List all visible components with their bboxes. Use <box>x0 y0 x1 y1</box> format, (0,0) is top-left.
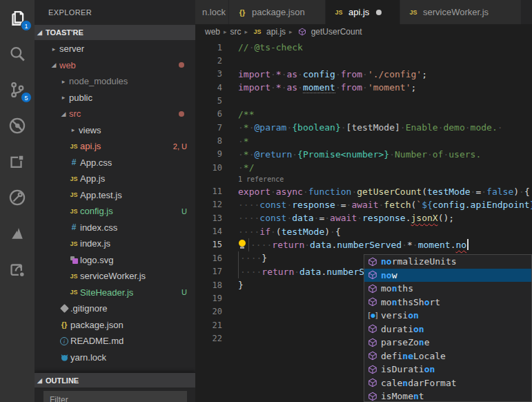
code-line-6[interactable]: 6/** <box>195 108 532 121</box>
breadcrumb-item-src[interactable]: src <box>230 27 242 37</box>
tree-item-web[interactable]: ◢web <box>35 57 195 74</box>
tree-item-server[interactable]: ▸server <box>35 41 195 57</box>
activity-git-history-button[interactable] <box>0 180 35 216</box>
tab-n.lock[interactable]: n.lock <box>195 0 229 24</box>
suggest-item-defineLocale[interactable]: defineLocale <box>364 350 531 363</box>
outline-section-header[interactable]: ◢ OUTLINE <box>35 372 195 387</box>
suggest-item-monthsShort[interactable]: monthsShort <box>364 296 531 309</box>
chevron-expanded-icon: ◢ <box>58 111 69 117</box>
activity-explorer-button[interactable]: 1 <box>0 0 35 36</box>
tab-package.json[interactable]: {}package.json <box>229 0 326 24</box>
tree-item-node_modules[interactable]: ▸node_modules <box>35 73 195 90</box>
tree-item-label: App.test.js <box>80 190 122 200</box>
activity-azure-button[interactable] <box>0 216 35 251</box>
code-line-12[interactable]: 12····const·response·=·await·fetch(`${co… <box>195 198 532 211</box>
chevron-collapsed-icon: ▸ <box>68 126 79 133</box>
tree-item-views[interactable]: ▸views <box>35 122 195 139</box>
tree-item-index.js[interactable]: JSindex.js <box>35 236 195 252</box>
activity-share-button[interactable] <box>0 251 35 287</box>
code-line-4[interactable]: 4import·*·as·moment·from·'moment'; <box>195 81 532 94</box>
source-control-icon: 5 <box>8 80 27 99</box>
tab-api.js[interactable]: JSapi.js <box>326 0 400 24</box>
tree-item-serviceWorker.js[interactable]: JSserviceWorker.js <box>35 268 195 285</box>
code-line-5[interactable]: 5 <box>195 94 532 107</box>
suggest-item-calendarFormat[interactable]: calendarFormat <box>364 376 531 390</box>
chevron-expanded-icon: ◢ <box>48 61 59 68</box>
tree-item-App.css[interactable]: #App.css <box>35 155 195 171</box>
breadcrumb-item-getUserCount[interactable]: getUserCount <box>296 27 362 37</box>
suggest-item-isMoment[interactable]: isMoment <box>364 390 531 402</box>
tree-item-label: web <box>59 60 76 70</box>
tree-item-label: src <box>69 108 81 119</box>
suggest-item-label: parseZone <box>381 337 429 347</box>
code-line-3[interactable]: 3import·*·as·config·from·'./config'; <box>195 68 532 81</box>
line-number: 19 <box>195 294 222 303</box>
line-number: 3 <box>195 69 222 79</box>
lightbulb-icon[interactable] <box>238 240 246 249</box>
tree-item-src[interactable]: ◢src <box>35 106 195 122</box>
activity-debug-button[interactable] <box>0 108 35 144</box>
explorer-sidebar: EXPLORER ◢ TOAST'RE ▸server◢web▸node_mod… <box>35 0 195 402</box>
tree-item-public[interactable]: ▸public <box>35 90 195 106</box>
method-symbol-icon <box>367 323 378 334</box>
vscode-window: { "colors": { "badge_blue": "#0e70c8", "… <box>0 0 532 402</box>
tree-item-SiteHeader.js[interactable]: JSSiteHeader.jsU <box>35 285 195 301</box>
tree-item-index.css[interactable]: #index.css <box>35 220 195 236</box>
code-line-2[interactable]: 2 <box>195 54 532 67</box>
code-line-10[interactable]: 10·*/ <box>195 161 532 174</box>
js-file-icon: JS <box>68 240 80 247</box>
indent-guide <box>248 238 249 251</box>
file-tree: ▸server◢web▸node_modules▸public◢src▸view… <box>35 41 195 365</box>
code-line-15[interactable]: 15····return·data.numberServed·*·moment.… <box>195 238 532 251</box>
modified-dot-icon[interactable] <box>376 10 382 15</box>
project-name: TOAST'RE <box>46 28 83 37</box>
breadcrumb-separator-icon: ▸ <box>245 28 248 35</box>
code-line-7[interactable]: 7·*·@param·{boolean}·[testMode]·Enable·d… <box>195 121 532 134</box>
method-symbol-icon <box>367 337 378 348</box>
tree-item-package.json[interactable]: {}package.json <box>35 317 195 334</box>
code-line-11[interactable]: 11export·async·function·getUserCount(tes… <box>195 184 532 198</box>
breadcrumb-separator-icon: ▸ <box>224 28 227 35</box>
project-section-header[interactable]: ◢ TOAST'RE <box>35 25 195 40</box>
tree-item-yarn.lock[interactable]: yarn.lock <box>35 350 195 366</box>
suggest-widget: normalizeUnitsnowmonthsmonthsShort[●]ver… <box>364 254 532 402</box>
tree-item-README.md[interactable]: iREADME.md <box>35 333 195 350</box>
code-line-13[interactable]: 13····const·data·=·await·response.jsonX(… <box>195 211 532 224</box>
activity-extensions-button[interactable] <box>0 144 35 180</box>
tree-item-.gitignore[interactable]: .gitignore <box>35 300 195 317</box>
tree-item-label: index.js <box>80 238 110 249</box>
js-file-icon: JS <box>68 175 80 182</box>
suggest-item-months[interactable]: months <box>364 282 531 296</box>
tree-item-App.test.js[interactable]: JSApp.test.js <box>35 187 195 204</box>
tab-serviceWorker.js[interactable]: JSserviceWorker.js <box>400 0 522 24</box>
tree-item-label: README.md <box>70 336 124 346</box>
codelens-references[interactable]: 1 reference <box>195 174 532 184</box>
tree-item-logo.svg[interactable]: logo.svg <box>35 252 195 269</box>
suggest-item-duration[interactable]: duration <box>364 323 531 336</box>
code-line-1[interactable]: 1//·@ts-check <box>195 41 532 54</box>
activity-bar: 15 <box>0 0 35 402</box>
tree-item-api.js[interactable]: JSapi.js2, U <box>35 138 195 155</box>
suggest-item-now[interactable]: now <box>364 269 531 283</box>
suggest-item-parseZone[interactable]: parseZone <box>364 336 531 350</box>
activity-source-control-button[interactable]: 5 <box>0 72 35 108</box>
breadcrumb-item-web[interactable]: web <box>205 27 220 37</box>
suggest-item-normalizeUnits[interactable]: normalizeUnits <box>364 255 531 269</box>
method-symbol-icon <box>367 296 378 307</box>
line-number: 7 <box>195 123 222 133</box>
activity-search-button[interactable] <box>0 36 35 72</box>
code-line-9[interactable]: 9·*·@return·{Promise<number>}·Number·of·… <box>195 148 532 161</box>
code-line-8[interactable]: 8·* <box>195 134 532 147</box>
suggest-item-isDuration[interactable]: isDuration <box>364 363 531 376</box>
tree-item-App.js[interactable]: JSApp.js <box>35 171 195 187</box>
suggest-item-label: defineLocale <box>381 351 446 361</box>
tree-item-config.js[interactable]: JSconfig.jsU <box>35 203 195 220</box>
tab-label: serviceWorker.js <box>423 7 489 17</box>
tree-item-label: public <box>69 93 92 103</box>
code-line-14[interactable]: 14····if·(testMode)·{ <box>195 224 532 238</box>
js-file-icon: JS <box>251 28 264 35</box>
outline-filter-input[interactable] <box>43 391 187 402</box>
suggest-item-version[interactable]: [●]version <box>364 309 531 323</box>
breadcrumb-item-api.js[interactable]: JSapi.js <box>251 27 286 37</box>
source-control-badge: 5 <box>21 92 32 103</box>
